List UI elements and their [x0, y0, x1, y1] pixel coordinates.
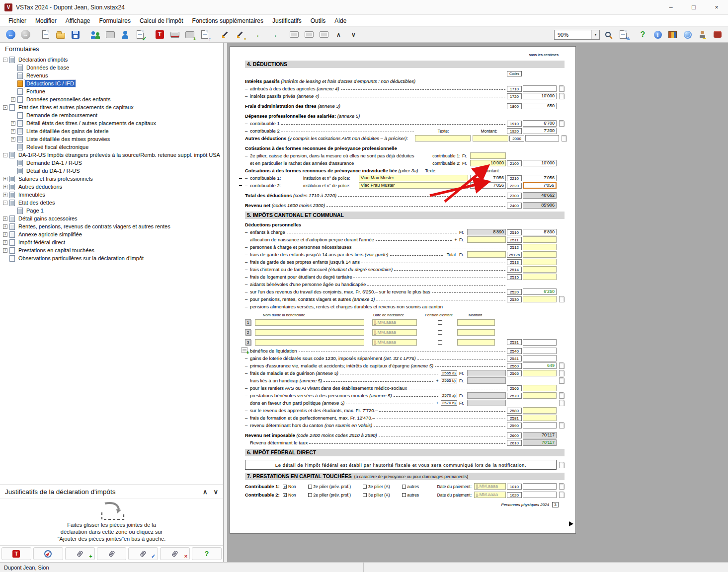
form-field[interactable]: 7'056 [470, 175, 506, 181]
taxpayer-icon[interactable] [118, 28, 132, 41]
forward-icon[interactable]: → [19, 28, 32, 41]
attachment-page-icon[interactable] [559, 392, 565, 399]
tree-item[interactable]: Relevé fiscal électronique [0, 143, 223, 151]
expand-icon[interactable]: + [3, 232, 7, 237]
tree-item[interactable]: +Données personnelles des enfants [0, 95, 223, 103]
zoom-icon[interactable] [601, 28, 615, 41]
attachment-page-icon[interactable] [559, 422, 565, 429]
minimize-button[interactable]: – [659, 0, 682, 14]
tree-item[interactable]: +Détail états des titres / autres placem… [0, 119, 223, 127]
help-icon[interactable]: ? [636, 28, 649, 41]
birth-date-field[interactable]: jj.MM.aaaa [372, 319, 417, 326]
tree-item[interactable]: Déductions IC / IFD [0, 79, 223, 87]
form-value[interactable] [523, 259, 557, 265]
form-value[interactable]: 6'700 [523, 120, 557, 127]
assistant-button[interactable] [33, 547, 63, 560]
collapse-icon[interactable]: - [3, 105, 7, 110]
form-field[interactable]: 8'890 [467, 229, 506, 235]
form-field[interactable]: 7'056 [470, 182, 506, 189]
next-form-icon[interactable]: → [267, 28, 281, 41]
expand-icon[interactable]: + [3, 177, 7, 181]
calculate-icon[interactable]: + [183, 28, 196, 41]
remove-attachment-button[interactable]: × [160, 547, 190, 560]
amount-field[interactable] [457, 319, 495, 326]
attachment-page-icon[interactable] [559, 85, 565, 92]
expand-all-icon[interactable]: ∨ [347, 28, 360, 41]
payment-date-field[interactable]: jj.MM.aaaa [474, 483, 506, 490]
form-value[interactable] [523, 236, 557, 243]
tree-item[interactable]: +Immeubles [0, 191, 223, 199]
tree-item[interactable]: +Salaires et frais professionnels [0, 175, 223, 183]
tree-item[interactable]: -DA-1/R-US Impôts étrangers prélevés à l… [0, 151, 223, 159]
attachment-page-icon[interactable] [559, 462, 565, 468]
menu-affichage[interactable]: Affichage [61, 16, 95, 26]
form-field[interactable] [467, 400, 506, 406]
form-value[interactable] [523, 492, 557, 498]
library-icon[interactable] [666, 28, 679, 41]
checkbox-checked-icon[interactable]: x [283, 485, 287, 489]
form-value[interactable] [523, 266, 557, 273]
form-value[interactable]: 85'906 [523, 202, 557, 209]
tree-item[interactable]: Page 1 [0, 207, 223, 214]
form-field[interactable] [467, 377, 506, 384]
child-pension-checkbox[interactable] [438, 320, 442, 325]
tree-item[interactable]: -Déclaration d'impôts [0, 56, 223, 64]
expand-icon[interactable]: + [11, 121, 15, 126]
vstax-home-button[interactable]: T [1, 547, 31, 560]
close-button[interactable]: × [705, 0, 728, 14]
checkbox-checked-icon[interactable]: x [283, 493, 287, 497]
collapse-icon[interactable]: - [3, 153, 7, 157]
vstax-home-icon[interactable]: T [153, 28, 166, 41]
form-field[interactable]: Viac Frau Muster [359, 182, 468, 189]
open-file-icon[interactable] [54, 28, 67, 41]
menu-modifier[interactable]: Modifier [31, 16, 61, 26]
form-field[interactable] [467, 236, 506, 243]
menu-fonctions-suppl-mentaires[interactable]: Fonctions supplémentaires [188, 16, 268, 26]
sign-icon[interactable]: • [233, 28, 246, 41]
tree-item[interactable]: +Impôt fédéral direct [0, 238, 223, 246]
expand-icon[interactable]: + [11, 137, 15, 142]
form-value[interactable]: 8'890 [523, 229, 557, 235]
submit-icon[interactable]: ↑ [198, 28, 211, 41]
tree-item[interactable]: Détail du DA-1 / R-US [0, 167, 223, 175]
tree-item[interactable]: Données de base [0, 64, 223, 72]
scan-icon[interactable] [168, 28, 181, 41]
child-pension-checkbox[interactable] [438, 330, 442, 335]
zoom-level-select[interactable]: 90%▼ [554, 30, 600, 40]
form-value[interactable]: 649 [523, 362, 557, 369]
checkbox-icon[interactable] [402, 493, 406, 497]
back-icon[interactable]: ← [4, 28, 17, 41]
panel-collapse-icon[interactable]: ∧ [203, 488, 208, 496]
beneficiary-name-field[interactable] [255, 329, 364, 336]
expand-icon[interactable]: + [3, 224, 7, 229]
beneficiary-name-field[interactable] [255, 339, 364, 346]
form-field[interactable] [415, 135, 471, 142]
collapse-all-icon[interactable]: ∧ [332, 28, 345, 41]
add-row-icon[interactable] [242, 347, 247, 353]
attachment-page-icon[interactable] [559, 377, 565, 384]
tree-item[interactable]: Demande de remboursement [0, 111, 223, 119]
checkbox-icon[interactable] [363, 485, 367, 489]
checkbox-icon[interactable] [363, 493, 367, 497]
expand-icon[interactable]: + [3, 193, 7, 197]
new-document-icon[interactable] [39, 28, 52, 41]
tree-item[interactable]: +Détail gains accessoires [0, 214, 223, 222]
form-value[interactable] [523, 85, 557, 92]
form-value[interactable] [523, 392, 557, 399]
form-value[interactable] [523, 422, 557, 429]
tree-item[interactable]: +Liste détaillée des mises prouvées [0, 135, 223, 143]
attachment-page-icon[interactable] [559, 362, 565, 369]
attachment-page-icon[interactable] [559, 483, 565, 490]
tree-item[interactable]: -Etat des dettes [0, 199, 223, 207]
support-icon[interactable] [711, 28, 724, 41]
expand-icon[interactable]: + [3, 248, 7, 253]
attachment-page-icon[interactable] [559, 400, 565, 406]
tree-item[interactable]: Observations particulières sur la déclar… [0, 254, 223, 262]
tree-item[interactable]: -Etat des titres et autres placements de… [0, 103, 223, 111]
expand-icon[interactable]: + [3, 185, 7, 189]
expand-icon[interactable]: + [3, 216, 7, 221]
expand-icon[interactable]: + [11, 97, 15, 102]
checkbox-icon[interactable] [308, 493, 312, 497]
form-value[interactable]: 70'117 [523, 439, 557, 446]
address-book-icon[interactable] [88, 28, 102, 41]
